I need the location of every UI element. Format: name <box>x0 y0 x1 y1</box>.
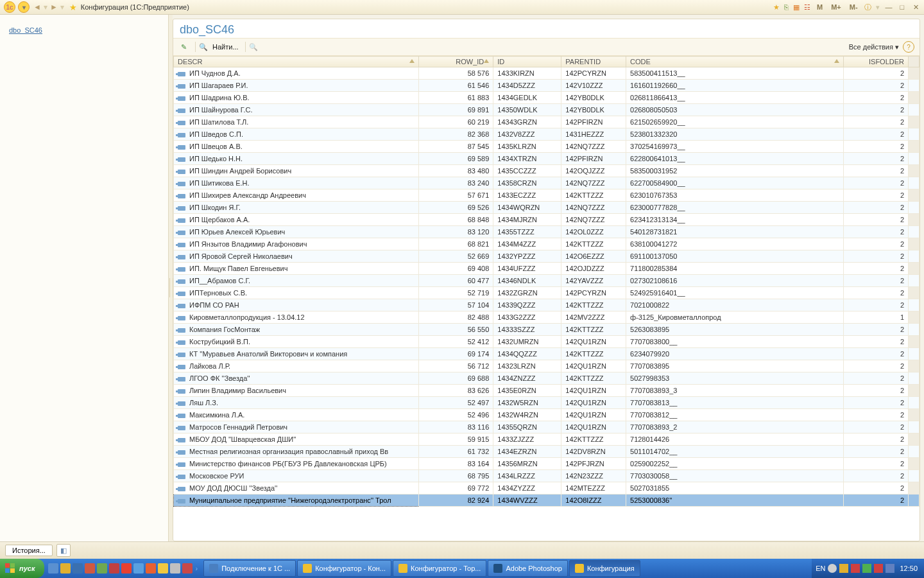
start-button[interactable]: пуск <box>0 559 44 578</box>
ql-icon[interactable] <box>60 563 71 574</box>
dropdown-icon[interactable]: ▾ <box>18 1 30 13</box>
table-row[interactable]: Местная религиозная организация правосла… <box>174 446 920 458</box>
table-row[interactable]: ИП Шведов С.П.82 3681432V8ZZZ1431HEZZZ52… <box>174 128 920 141</box>
table-row[interactable]: ИП Шиндин Андрей Борисович83 4801435CCZZ… <box>174 165 920 177</box>
table-row[interactable]: ИП Шадрина Ю.В.61 8831434GEDLK142YB0DLK0… <box>174 92 920 104</box>
table-row[interactable]: Матросов Геннадий Петрович83 11614355QRZ… <box>174 421 920 434</box>
m-minus-button[interactable]: M- <box>848 3 860 11</box>
col-rowid[interactable]: ROW_ID <box>418 57 493 67</box>
ql-icon[interactable] <box>48 563 58 574</box>
table-row[interactable]: Муниципальное предприятие ''Нижегородэле… <box>174 495 920 507</box>
table-row[interactable]: Максимкина Л.А.52 4961432W4RZN142QU1RZN7… <box>174 409 920 421</box>
scrollbar[interactable] <box>909 57 920 67</box>
table-row[interactable]: МБОУ ДОД ''Шварцевская ДШИ''59 9151433ZJ… <box>174 434 920 446</box>
data-grid[interactable]: DESCR ROW_ID ID PARENTID CODE ISFOLDER И… <box>173 56 920 541</box>
all-actions-button[interactable]: Все действия ▾ <box>849 43 899 51</box>
m-button[interactable]: M <box>815 3 825 11</box>
ql-icon[interactable] <box>85 563 95 574</box>
calendar-icon[interactable]: ☷ <box>804 3 810 11</box>
table-row[interactable]: ИП Щербаков А.А.68 8481434MJRZN142NQ7ZZZ… <box>174 214 920 226</box>
tray-icon[interactable] <box>862 564 871 573</box>
splitter[interactable] <box>169 15 173 541</box>
table-row[interactable]: МОУ ДОД ДЮСШ ''Звезда''69 7721434ZYZZZ14… <box>174 482 920 495</box>
close-button[interactable]: ✕ <box>911 3 920 12</box>
table-row[interactable]: Компания ГосМонтаж56 55014333SZZZ142KTTZ… <box>174 324 920 336</box>
tray-icon[interactable] <box>851 564 860 573</box>
table-row[interactable]: Министерство финансов РБ(ГБУЗ РБ Давлека… <box>174 458 920 470</box>
col-descr[interactable]: DESCR <box>174 57 419 67</box>
table-row[interactable]: ИП Шагараев Р.И.61 5461434D5ZZZ142V10ZZZ… <box>174 80 920 92</box>
table-row[interactable]: ИФПМ СО РАН57 10414339QZZZ142KTTZZZ70210… <box>174 299 920 311</box>
table-row[interactable]: ИП Шатилова Т.Л.60 21914343GRZN142PFIRZN… <box>174 116 920 128</box>
panel-toggle-button[interactable]: ◧ <box>56 544 71 557</box>
table-row[interactable]: Кировметаллопродукция - 13.04.1282 48814… <box>174 311 920 324</box>
m-plus-button[interactable]: M+ <box>829 3 843 11</box>
forward-icon[interactable]: ► <box>50 3 58 12</box>
table-row[interactable]: ИП Шихирев Александр Андреевич57 6711433… <box>174 189 920 202</box>
clock[interactable]: 12:50 <box>900 565 918 572</box>
taskbar-task[interactable]: Конфигурация <box>569 560 640 577</box>
table-row[interactable]: Ляш Л.З.52 4971432W5RZN142QU1RZN77070838… <box>174 397 920 409</box>
clear-search-icon[interactable]: 🔍 <box>248 42 259 52</box>
tray-icon[interactable] <box>839 564 848 573</box>
table-row[interactable]: ИП Юрьев Алексей Юрьевич83 12014355TZZZ1… <box>174 226 920 238</box>
task-icon <box>303 564 312 573</box>
ql-icon[interactable] <box>121 563 132 574</box>
left-panel: dbo_SC46 <box>0 15 169 541</box>
sidebar-link[interactable]: dbo_SC46 <box>9 26 42 34</box>
table-row[interactable]: ИПТерновых С.В.52 7191432ZGRZN142PCYRZN5… <box>174 287 920 299</box>
table-row[interactable]: ИП Яровой Сергей Николаевич52 6691432YPZ… <box>174 250 920 263</box>
fav-add-icon[interactable]: ★ <box>773 3 780 11</box>
tray-icon[interactable] <box>886 564 894 573</box>
table-row[interactable]: Липин Владимир Васильевич83 6261435E0RZN… <box>174 385 920 397</box>
taskbar-task[interactable]: Подключение к 1С ... <box>203 560 296 577</box>
table-row[interactable]: ИП Шитикова Е.Н.83 24014358CRZN142NQ7ZZZ… <box>174 177 920 189</box>
ql-icon[interactable] <box>170 563 180 574</box>
table-row[interactable]: Московское РУИ68 7951434LRZZZ142N23ZZZ77… <box>174 470 920 482</box>
table-row[interactable]: ИП. Мищук Павел Евгеньевич69 4081434UFZZ… <box>174 263 920 275</box>
table-row[interactable]: ИП__Абрамов С.Г.60 47714346NDLK142YAVZZZ… <box>174 275 920 287</box>
ql-icon[interactable] <box>109 563 119 574</box>
edit-icon[interactable]: ✎ <box>178 42 189 52</box>
table-row[interactable]: ИП Шкодин Я.Г.69 5261434WQRZN142NQ7ZZZ62… <box>174 202 920 214</box>
ql-icon[interactable] <box>146 563 156 574</box>
ql-icon[interactable] <box>133 563 144 574</box>
table-row[interactable]: ИП Чуднов Д.А.58 5761433KIRZN142PCYRZN58… <box>174 67 920 80</box>
favorite-icon[interactable]: ★ <box>69 3 77 12</box>
table-row[interactable]: ИП Швецов А.В.87 5451435KLRZN142NQ7ZZZ37… <box>174 141 920 153</box>
ql-icon[interactable] <box>73 563 83 574</box>
search-icon[interactable]: 🔍 <box>198 42 209 52</box>
find-button[interactable]: Найти... <box>212 43 239 51</box>
info-icon[interactable]: ⓘ <box>864 3 871 11</box>
minimize-button[interactable]: — <box>884 3 893 11</box>
tray-icon[interactable] <box>828 564 837 573</box>
help-icon[interactable]: ? <box>903 41 914 53</box>
back-icon[interactable]: ◄ <box>33 3 41 12</box>
history-button[interactable]: История... <box>5 545 53 556</box>
ql-icon[interactable] <box>97 563 107 574</box>
table-row[interactable]: КТ ''Муравьев Анатолий Викторович и комп… <box>174 348 920 360</box>
col-isfolder[interactable]: ISFOLDER <box>844 57 909 67</box>
calc-icon[interactable]: ▦ <box>793 3 800 11</box>
link-icon[interactable]: ⎘ <box>784 3 789 11</box>
table-row[interactable]: Лайкова Л.Р.56 71214323LRZN142QU1RZN7707… <box>174 360 920 372</box>
table-row[interactable]: ЛГОО ФК ''Звезда''69 6881434ZNZZZ142KTTZ… <box>174 372 920 385</box>
tray-icon[interactable] <box>874 564 883 573</box>
back-sub-icon[interactable]: ▾ <box>44 3 47 12</box>
row-icon <box>178 157 185 162</box>
maximize-button[interactable]: □ <box>898 3 907 11</box>
ql-icon[interactable] <box>158 563 168 574</box>
taskbar-task[interactable]: Конфигуратор - Тор... <box>393 560 486 577</box>
taskbar-task[interactable]: Конфигуратор - Кон... <box>297 560 391 577</box>
col-code[interactable]: CODE <box>626 57 844 67</box>
taskbar-task[interactable]: Adobe Photoshop <box>488 560 567 577</box>
col-id[interactable]: ID <box>493 57 561 67</box>
col-parentid[interactable]: PARENTID <box>561 57 626 67</box>
table-row[interactable]: ИП Янзытов Владимир Агафонович68 8211434… <box>174 238 920 250</box>
table-row[interactable]: ИП Шайнурова Г.С.69 89114350WDLK142YB0DL… <box>174 104 920 116</box>
lang-indicator[interactable]: EN <box>816 565 825 572</box>
table-row[interactable]: Кострубицкий В.П.52 4121432UMRZN142QU1RZ… <box>174 336 920 348</box>
forward-sub-icon[interactable]: ▾ <box>60 3 64 12</box>
ql-icon[interactable] <box>182 563 193 574</box>
table-row[interactable]: ИП Шедько Н.Н.69 5891434XTRZN142PFIRZN62… <box>174 153 920 165</box>
